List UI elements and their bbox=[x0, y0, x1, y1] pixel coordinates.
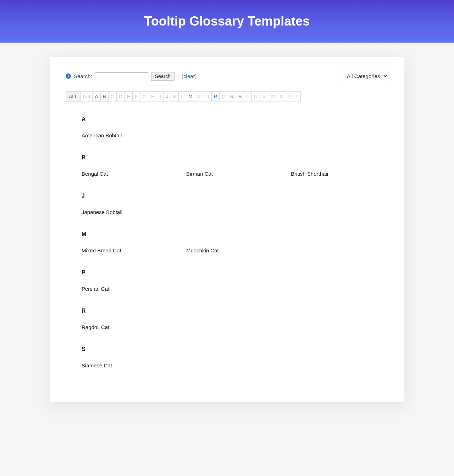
page-title: Tooltip Glossary Templates bbox=[144, 14, 310, 29]
alpha-cell-c: C bbox=[108, 91, 117, 102]
alpha-cell-u: U bbox=[251, 91, 260, 102]
glossary-section-s: SSiamese Cat bbox=[82, 346, 388, 368]
alpha-cell-g: G bbox=[140, 91, 149, 102]
alpha-cell-j[interactable]: J bbox=[164, 91, 171, 102]
glossary-term[interactable]: Persian Cat bbox=[82, 286, 179, 292]
glossary-term[interactable]: Birman Cat bbox=[186, 171, 284, 177]
section-letter: P bbox=[82, 269, 388, 276]
card-wrap: ? Search: Search (clear) All Categories … bbox=[0, 43, 454, 431]
alpha-cell-r[interactable]: R bbox=[228, 91, 236, 102]
terms-grid: Bengal CatBirman CatBritish Shorthair bbox=[82, 171, 388, 177]
terms-grid: Siamese Cat bbox=[82, 362, 388, 368]
alpha-cell-f: F bbox=[132, 91, 140, 102]
terms-grid: Mixed Breed CatMunchkin Cat bbox=[82, 247, 388, 253]
alpha-cell-v: V bbox=[260, 91, 268, 102]
glossary-section-m: MMixed Breed CatMunchkin Cat bbox=[82, 231, 388, 253]
glossary-section-a: AAmerican Bobtail bbox=[82, 116, 388, 138]
alpha-cell-o: O bbox=[203, 91, 212, 102]
section-letter: R bbox=[82, 308, 388, 314]
glossary-term[interactable]: Ragdoll Cat bbox=[82, 324, 179, 330]
clear-link[interactable]: (clear) bbox=[182, 73, 197, 79]
glossary-term[interactable]: Japanese Bobtail bbox=[82, 209, 179, 215]
alpha-cell-a[interactable]: A bbox=[92, 91, 100, 102]
search-input[interactable] bbox=[95, 72, 148, 80]
alpha-cell-n: N bbox=[195, 91, 203, 102]
help-icon[interactable]: ? bbox=[66, 73, 71, 79]
alpha-cell-x: X bbox=[277, 91, 285, 102]
alpha-cell-all[interactable]: ALL bbox=[66, 91, 81, 102]
terms-grid: American Bobtail bbox=[82, 132, 388, 138]
search-label: Search: bbox=[74, 73, 92, 79]
alpha-cell-w: W bbox=[268, 91, 277, 102]
glossary-term[interactable]: Siamese Cat bbox=[82, 362, 179, 368]
alpha-cell-k: K bbox=[171, 91, 179, 102]
section-letter: M bbox=[82, 231, 388, 237]
alpha-nav: ALL0-9ABCDEFGHIJKLMNOPQRSTUVWXYZ bbox=[66, 91, 388, 102]
alpha-cell-y: Y bbox=[285, 91, 293, 102]
glossary-term[interactable]: Bengal Cat bbox=[82, 171, 179, 177]
terms-grid: Persian Cat bbox=[82, 286, 388, 292]
glossary-section-j: JJapanese Bobtail bbox=[82, 193, 388, 215]
alpha-cell-e: E bbox=[124, 91, 133, 102]
alpha-cell-h: H bbox=[149, 91, 157, 102]
section-letter: S bbox=[82, 346, 388, 352]
glossary-term[interactable]: Munchkin Cat bbox=[186, 247, 284, 253]
section-letter: A bbox=[82, 116, 388, 122]
alpha-cell-s[interactable]: S bbox=[236, 91, 244, 102]
section-letter: J bbox=[82, 193, 388, 199]
glossary-term[interactable]: British Shorthair bbox=[291, 171, 388, 177]
alpha-cell-t: T bbox=[244, 91, 252, 102]
section-letter: B bbox=[82, 154, 388, 161]
hero-banner: Tooltip Glossary Templates bbox=[0, 0, 454, 43]
alpha-cell-b[interactable]: B bbox=[100, 91, 109, 102]
glossary-section-p: PPersian Cat bbox=[82, 269, 388, 292]
glossary-card: ? Search: Search (clear) All Categories … bbox=[50, 57, 404, 402]
terms-grid: Japanese Bobtail bbox=[82, 209, 388, 215]
alpha-cell-l: L bbox=[178, 91, 186, 102]
glossary-content: AAmerican BobtailBBengal CatBirman CatBr… bbox=[66, 116, 388, 368]
terms-grid: Ragdoll Cat bbox=[82, 324, 388, 330]
glossary-term[interactable]: American Bobtail bbox=[82, 132, 179, 138]
glossary-section-b: BBengal CatBirman CatBritish Shorthair bbox=[82, 154, 388, 177]
glossary-section-r: RRagdoll Cat bbox=[82, 308, 388, 330]
search-toolbar: ? Search: Search (clear) All Categories bbox=[66, 71, 388, 81]
category-select[interactable]: All Categories bbox=[343, 71, 388, 81]
alpha-cell-m[interactable]: M bbox=[186, 91, 195, 102]
alpha-cell-q: Q bbox=[219, 91, 228, 102]
glossary-term[interactable]: Mixed Breed Cat bbox=[82, 247, 179, 253]
search-button[interactable]: Search bbox=[151, 72, 175, 81]
alpha-cell-d: D bbox=[116, 91, 125, 102]
alpha-cell-z: Z bbox=[293, 91, 301, 102]
alpha-cell-i: I bbox=[157, 91, 164, 102]
alpha-cell-0-9: 0-9 bbox=[81, 91, 93, 102]
alpha-cell-p[interactable]: P bbox=[211, 91, 220, 102]
